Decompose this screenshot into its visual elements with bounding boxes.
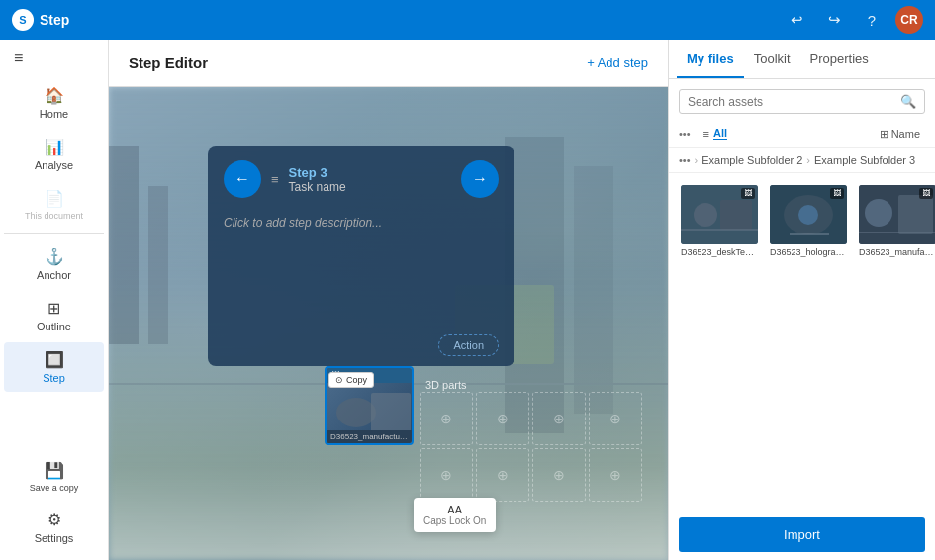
asset-tag-3: 🖼	[919, 188, 933, 199]
asset-thumb-3: 🖼	[859, 185, 935, 244]
svg-rect-3	[574, 166, 613, 414]
media-cell-8[interactable]: ⊕	[589, 448, 642, 502]
asset-tag-1: 🖼	[741, 188, 755, 199]
media-cells: ⊕ ⊕ ⊕ ⊕ ⊕ ⊕ ⊕ ⊕	[420, 392, 642, 502]
filter-name[interactable]: ⊞ Name	[875, 125, 925, 143]
asset-thumb-2: 🖼	[770, 185, 847, 244]
asset-tag-2: 🖼	[830, 188, 844, 199]
asset-item-3[interactable]: 🖼 D36523_manufacturi...	[857, 183, 935, 500]
step-card-footer: Action	[208, 325, 514, 366]
outline-icon: ⊞	[47, 299, 60, 318]
settings-icon: ⚙	[47, 511, 61, 529]
media-cell-6[interactable]: ⊕	[476, 448, 529, 502]
copy-tooltip: AA Caps Lock On	[414, 498, 496, 532]
asset-name-1: D36523_deskTeams_...	[681, 247, 758, 257]
copy-badge: ⊙ Copy	[328, 372, 374, 388]
sidebar-item-step-label: Step	[43, 372, 65, 384]
tab-toolkit[interactable]: Toolkit	[744, 40, 800, 78]
asset-item-1[interactable]: 🖼 D36523_deskTeams_...	[679, 183, 760, 500]
step-card: ← ≡ Step 3 Task name → Click to add step…	[208, 146, 514, 366]
save-icon: 💾	[45, 461, 64, 480]
filter-bar: ••• ≡ All ⊞ Name	[669, 120, 935, 148]
svg-rect-1	[148, 186, 168, 344]
filter-dots[interactable]: •••	[679, 128, 691, 140]
3d-parts-label: 3D parts	[425, 379, 467, 391]
sidebar-item-home[interactable]: 🏠 Home	[4, 78, 104, 128]
sidebar-item-outline-label: Outline	[37, 321, 71, 332]
filter-all[interactable]: ≡ All	[699, 124, 732, 143]
svg-rect-19	[898, 195, 933, 234]
breadcrumb: ••• › Example Subfolder 2 › Example Subf…	[669, 148, 935, 173]
app-logo[interactable]: S Step	[12, 9, 69, 31]
tab-properties[interactable]: Properties	[800, 40, 879, 78]
tab-my-files[interactable]: My files	[677, 40, 744, 78]
svg-rect-0	[109, 146, 139, 344]
list-view-icon[interactable]: ≡	[271, 172, 279, 187]
sidebar-item-step[interactable]: 🔲 Step	[4, 342, 104, 392]
step-task-name[interactable]: Task name	[289, 180, 451, 194]
sidebar-item-settings[interactable]: ⚙ Settings	[4, 503, 104, 552]
sidebar: ≡ 🏠 Home 📊 Analyse 📄 This document ⚓ Anc…	[0, 40, 109, 560]
right-panel-tabs: My files Toolkit Properties	[669, 40, 935, 79]
canvas-area: ← ≡ Step 3 Task name → Click to add step…	[109, 87, 668, 560]
sidebar-item-analyse[interactable]: 📊 Analyse	[4, 130, 104, 179]
media-cell-4[interactable]: ⊕	[589, 392, 642, 445]
asset-name-3: D36523_manufacturi...	[859, 247, 935, 257]
sidebar-item-save-copy[interactable]: 💾 Save a copy	[4, 453, 104, 501]
drag-preview-svg	[327, 383, 412, 430]
media-cell-5[interactable]: ⊕	[420, 448, 473, 502]
topbar-actions: ↩ ↪ ? CR	[783, 6, 923, 34]
copy-tooltip-sub: Caps Lock On	[423, 515, 486, 526]
search-icon: 🔍	[900, 94, 916, 109]
sidebar-item-anchor[interactable]: ⚓ Anchor	[4, 239, 104, 289]
center-content: Step Editor + Add step	[109, 40, 668, 560]
avatar[interactable]: CR	[895, 6, 923, 34]
settings-label: Settings	[35, 532, 74, 544]
add-step-button[interactable]: + Add step	[587, 55, 648, 70]
home-icon: 🏠	[45, 86, 64, 105]
sidebar-item-anchor-label: Anchor	[37, 269, 71, 281]
next-step-button[interactable]: →	[461, 160, 499, 198]
drag-preview-filename: D36523_manufacturi...	[327, 430, 412, 443]
svg-rect-7	[371, 393, 411, 430]
prev-step-button[interactable]: ←	[224, 160, 261, 198]
step-description[interactable]: Click to add step description...	[208, 208, 514, 245]
media-cell-2[interactable]: ⊕	[476, 392, 529, 445]
breadcrumb-path2[interactable]: Example Subfolder 3	[814, 154, 915, 166]
breadcrumb-dots[interactable]: •••	[679, 154, 691, 166]
help-button[interactable]: ?	[858, 6, 886, 34]
sidebar-item-this-document-label: This document	[25, 211, 83, 221]
step-editor-title: Step Editor	[129, 54, 208, 71]
logo-icon: S	[12, 9, 34, 31]
sidebar-item-outline[interactable]: ⊞ Outline	[4, 291, 104, 340]
media-cell-1[interactable]: ⊕	[420, 392, 473, 445]
search-bar[interactable]: 🔍	[679, 89, 925, 114]
anchor-icon: ⚓	[45, 247, 64, 266]
asset-item-2[interactable]: 🖼 D36523_hologram_w...	[768, 183, 849, 500]
step-number: Step 3	[289, 165, 451, 180]
document-icon: 📄	[45, 189, 64, 208]
import-button[interactable]: Import	[679, 517, 925, 552]
undo-button[interactable]: ↩	[783, 6, 810, 34]
menu-icon[interactable]: ≡	[0, 40, 108, 77]
breadcrumb-path1[interactable]: Example Subfolder 2	[701, 154, 802, 166]
media-cell-3[interactable]: ⊕	[532, 392, 586, 445]
app-name: Step	[40, 12, 69, 28]
step-info: Step 3 Task name	[289, 165, 451, 194]
step-card-header: ← ≡ Step 3 Task name →	[208, 146, 514, 208]
filter-icon: ≡	[703, 128, 709, 140]
action-button[interactable]: Action	[438, 334, 499, 356]
media-cell-7[interactable]: ⊕	[532, 448, 586, 502]
svg-point-10	[694, 203, 717, 227]
search-input[interactable]	[688, 95, 894, 109]
name-icon: ⊞	[880, 128, 888, 140]
copy-icon: ⊙	[335, 375, 343, 385]
redo-button[interactable]: ↪	[820, 6, 848, 34]
assets-grid: 🖼 D36523_deskTeams_... 🖼 D36523_hologram…	[669, 173, 935, 510]
topbar: S Step ↩ ↪ ? CR	[0, 0, 935, 40]
sidebar-item-analyse-label: Analyse	[35, 159, 73, 171]
svg-rect-11	[720, 200, 752, 230]
analyse-icon: 📊	[45, 138, 64, 156]
sidebar-item-this-document: 📄 This document	[4, 181, 104, 229]
step-icon: 🔲	[45, 350, 64, 369]
